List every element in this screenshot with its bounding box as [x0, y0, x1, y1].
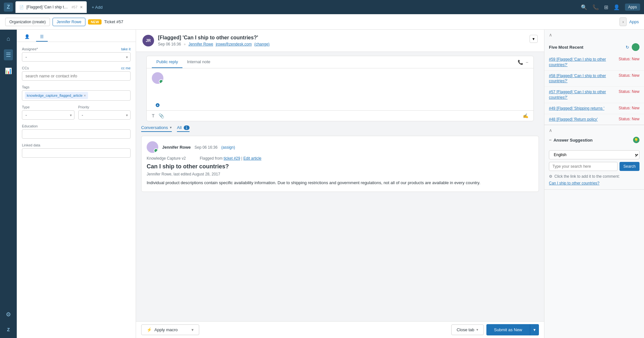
linked-data-label: Linked data	[22, 143, 131, 147]
signature-icon[interactable]: ✍	[523, 113, 528, 118]
recent-link-57[interactable]: #57 [Flagged] 'Can I ship to other count…	[549, 89, 616, 100]
tab-conversations[interactable]: Conversations ▾	[141, 125, 172, 132]
user-avatar-icon[interactable]: 👤	[613, 4, 620, 10]
ticket-change-link[interactable]: (change)	[254, 42, 269, 46]
submit-dropdown-button[interactable]: ▾	[530, 324, 539, 335]
message-online-badge	[154, 148, 158, 153]
assignee-select-wrapper: -	[22, 52, 131, 62]
reply-avatar-area: +	[152, 72, 163, 106]
priority-select[interactable]: -	[78, 110, 131, 120]
tab-ticket-info[interactable]: ☰	[36, 32, 48, 42]
reply-options-icon[interactable]: 📞	[518, 60, 523, 65]
apps-link[interactable]: Apps	[629, 19, 639, 24]
apps-grid-icon[interactable]: ⊞	[604, 4, 608, 10]
apps-button[interactable]: Apps	[625, 4, 640, 11]
attach-icon[interactable]: 📎	[159, 113, 164, 118]
message-sender-info: Jennifer Rowe Sep 06 16:36 (assign)	[162, 145, 235, 150]
reply-toolbar: T 📎 ✍	[147, 110, 533, 121]
nav-zendesk-icon[interactable]: Z	[5, 325, 12, 334]
flagged-ticket-link[interactable]: ticket #29	[224, 156, 240, 161]
nav-home-icon[interactable]: ⌂	[5, 34, 12, 44]
close-tab-chevron: ▾	[476, 328, 478, 332]
org-create-button[interactable]: Organization (create)	[5, 18, 50, 26]
ccs-label: CCs cc me	[22, 66, 131, 70]
left-panel: 👤 ☰ Assignee* take it -	[17, 30, 136, 338]
nav-views-icon[interactable]: ☰	[4, 49, 13, 60]
five-most-recent-section: Five Most Recent ↻ #59 [Flagged] 'Can I …	[544, 40, 644, 125]
right-panel: ∧ Five Most Recent ↻ #59 [Flagged] 'Can …	[544, 30, 644, 338]
reply-section: Public reply Internal note 📞 − +	[136, 52, 544, 121]
recent-link-49[interactable]: #49 [Flagged] 'Shipping returns '	[549, 106, 604, 111]
tags-field: Tags knowledge_capture_flagged_article ×	[22, 85, 131, 101]
contact-name-button[interactable]: Jennifer Rowe	[53, 18, 86, 26]
conversations-dropdown-icon[interactable]: ▾	[170, 125, 172, 130]
ticket-dropdown-button[interactable]: ▾	[530, 35, 538, 43]
recent-link-59[interactable]: #59 [Flagged] 'Can I ship to other count…	[549, 57, 616, 68]
text-format-icon[interactable]: T	[152, 113, 155, 118]
close-tab-button[interactable]: Close tab ▾	[451, 324, 484, 335]
answer-collapse-icon[interactable]: ∧	[549, 128, 552, 133]
type-select-wrapper: -	[22, 110, 74, 120]
ticket-meta: Sep 06 16:36 ● Jennifer Rowe jrowe@zende…	[158, 42, 526, 46]
collapse-panel-icon[interactable]: ∧	[549, 32, 552, 37]
submit-as-new-button[interactable]: Submit as New	[486, 324, 530, 335]
status-green-dot	[632, 43, 639, 51]
education-input[interactable]	[22, 129, 131, 139]
cc-me-link[interactable]: cc me	[121, 66, 131, 70]
priority-field: Priority -	[78, 105, 131, 120]
add-tab-button[interactable]: + Add	[89, 4, 105, 11]
nav-reports-icon[interactable]: 📊	[3, 65, 14, 76]
add-cc-icon[interactable]: +	[155, 103, 160, 108]
ticket-title: [Flagged] 'Can I ship to other countries…	[158, 35, 526, 41]
second-bar: Organization (create) Jennifer Rowe NEW …	[0, 14, 644, 30]
answer-suggestion-section: − Answer Suggestion 💡 English Search ⚙	[544, 135, 644, 190]
search-icon[interactable]: 🔍	[581, 4, 587, 10]
tab-public-reply[interactable]: Public reply	[152, 56, 182, 68]
reply-area: Public reply Internal note 📞 − +	[146, 56, 534, 121]
refresh-icon[interactable]: ↻	[626, 45, 629, 50]
message-card: Jennifer Rowe Sep 06 16:36 (assign) Know…	[141, 136, 539, 192]
tab-internal-note[interactable]: Internal note	[182, 56, 215, 68]
recent-link-58[interactable]: #58 [Flagged] 'Can I ship to other count…	[549, 73, 616, 84]
priority-select-wrapper: -	[78, 110, 131, 120]
recent-status-59: Status: New	[619, 57, 639, 61]
conversations-area: Conversations ▾ All 1 Jennifer Rowe Sep …	[136, 121, 544, 321]
type-select[interactable]: -	[22, 110, 74, 120]
recent-link-48[interactable]: #48 [Flagged] 'Return policy'	[549, 117, 598, 122]
ticket-number-label: Ticket #57	[104, 19, 123, 24]
education-field: Education	[22, 124, 131, 139]
nav-forward-button[interactable]: ›	[620, 17, 627, 26]
app-logo: Z	[4, 3, 13, 12]
toolbar-right: ✍	[523, 113, 528, 118]
answer-search-button[interactable]: Search	[620, 162, 639, 171]
recent-status-48: Status: New	[619, 117, 639, 121]
ccs-input[interactable]	[22, 71, 131, 81]
apply-macro-button[interactable]: ⚡ Apply macro ▾	[141, 324, 199, 335]
edit-article-link[interactable]: Edit article	[243, 156, 261, 161]
tag-remove-icon[interactable]: ×	[84, 94, 86, 97]
take-it-link[interactable]: take it	[121, 47, 131, 51]
assignee-select[interactable]: -	[22, 52, 131, 62]
tab-user-info[interactable]: 👤	[21, 32, 34, 42]
ticket-sender-link[interactable]: Jennifer Rowe	[189, 42, 213, 46]
tags-container[interactable]: knowledge_capture_flagged_article ×	[22, 90, 131, 101]
answer-search-input[interactable]	[549, 162, 618, 171]
tab-all[interactable]: All 1	[177, 125, 190, 132]
reply-close-icon[interactable]: −	[526, 60, 528, 65]
reply-textarea[interactable]	[167, 72, 528, 106]
phone-icon[interactable]: 📞	[592, 4, 599, 10]
type-field: Type -	[22, 105, 74, 120]
active-tab[interactable]: 📄 [Flagged] 'Can I ship to o... #57 ×	[15, 1, 87, 13]
recent-item-58: #58 [Flagged] 'Can I ship to other count…	[544, 71, 644, 87]
nav-admin-icon[interactable]: ⚙	[4, 309, 13, 320]
language-select[interactable]: English	[549, 150, 639, 159]
answer-dash: −	[549, 137, 551, 143]
recent-item-48: #48 [Flagged] 'Return policy' Status: Ne…	[544, 114, 644, 125]
suggestion-article-link[interactable]: Can I ship to other countries?	[549, 181, 600, 185]
user-icon: 👤	[24, 34, 30, 39]
tab-close-icon[interactable]: ×	[80, 5, 83, 10]
linked-data-input[interactable]	[22, 148, 131, 158]
tab-title: [Flagged] 'Can I ship to o...	[26, 5, 68, 9]
ticket-email-link[interactable]: jrowe@zendesk.com	[216, 42, 252, 46]
answer-search-row: Search	[549, 162, 639, 171]
